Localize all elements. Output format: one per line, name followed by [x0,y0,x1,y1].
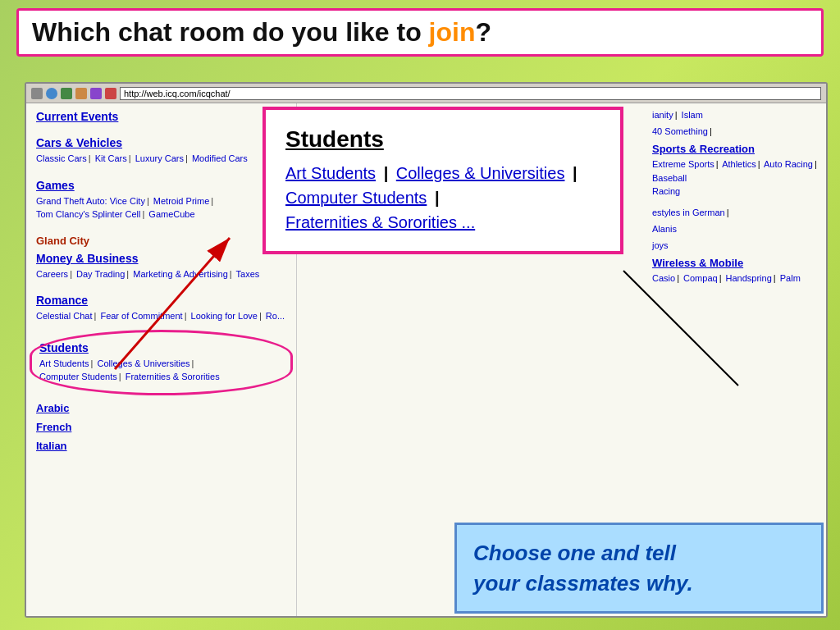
language-italian[interactable]: Italian [36,440,286,452]
language-french[interactable]: French [36,421,286,433]
right-partial-alanis: Alanis [652,224,819,234]
text-joys: joys [652,240,669,250]
home-icon[interactable] [75,88,87,99]
question-suffix: ? [475,17,491,47]
link-art-students[interactable]: Art Students [39,358,89,368]
popup-link-colleges[interactable]: Colleges & Universities [396,164,565,182]
browser-toolbar: http://web.icq.com/icqchat/ [26,84,826,103]
gland-city[interactable]: Gland City [36,235,286,247]
link-love[interactable]: Looking for Love [191,311,258,321]
link-celestial[interactable]: Celestial Chat [36,311,92,321]
link-computer-students[interactable]: Computer Students [39,372,117,381]
link-romance[interactable]: Ro... [266,311,285,321]
right-partial-joys: joys [652,240,819,250]
category-cars: Cars & Vehicles Classic Cars| Kit Cars| … [36,136,286,166]
students-popup-links: Art Students | Colleges & Universities |… [285,161,600,235]
popup-link-art-students[interactable]: Art Students [285,164,376,182]
category-money: Money & Business Careers| Day Trading| M… [36,252,286,281]
category-title-sports[interactable]: Sports & Recreation [652,143,819,155]
link-handspring[interactable]: Handspring [726,273,772,283]
section-sports: Sports & Recreation Extreme Sports| Athl… [652,143,819,196]
link-racing[interactable]: Racing [652,186,680,196]
back-icon[interactable] [31,88,43,99]
popup-link-computer-students[interactable]: Computer Students [285,189,427,207]
category-links-money: Careers| Day Trading| Marketing & Advert… [36,267,286,281]
category-links-romance: Celestial Chat| Fear of Commitment| Look… [36,309,286,323]
link-day-trading[interactable]: Day Trading [76,269,125,279]
link-colleges[interactable]: Colleges & Universities [97,358,189,368]
link-careers[interactable]: Careers [36,269,68,279]
category-title-games[interactable]: Games [36,179,286,192]
link-splinter-cell[interactable]: Tom Clancy's Splinter Cell [36,209,140,219]
link-luxury-cars[interactable]: Luxury Cars [135,153,184,163]
address-bar[interactable]: http://web.icq.com/icqchat/ [120,87,821,100]
question-banner: Which chat room do you like to join? [16,8,824,57]
category-games: Games Grand Theft Auto: Vice City| Metro… [36,179,286,221]
choose-box: Choose one and tell your classmates why. [454,523,824,614]
link-baseball[interactable]: Baseball [652,173,687,183]
link-palm[interactable]: Palm [780,273,801,283]
right-partial-top: ianity| Islam [652,110,819,120]
link-commitment[interactable]: Fear of Commitment [100,311,182,321]
link-auto-racing[interactable]: Auto Racing [764,159,813,169]
category-links-games: Grand Theft Auto: Vice City| Metroid Pri… [36,194,286,221]
link-40-something[interactable]: 40 Something [652,126,708,136]
left-sidebar: Current Events Cars & Vehicles Classic C… [26,103,297,616]
category-title-cars[interactable]: Cars & Vehicles [36,136,286,149]
link-metroid[interactable]: Metroid Prime [153,196,209,206]
right-partial-german: estyles in German| [652,208,819,217]
globe-icon[interactable] [46,88,57,99]
refresh-icon[interactable] [61,88,72,99]
link-fraternities[interactable]: Fraternities & Sororities [126,372,220,381]
link-athletics[interactable]: Athletics [722,159,756,169]
link-marketing[interactable]: Marketing & Advertising [133,269,228,279]
link-gta[interactable]: Grand Theft Auto: Vice City [36,196,145,206]
link-modified-cars[interactable]: Modified Cars [192,153,248,163]
category-title-students[interactable]: Students [39,341,283,354]
join-word: join [429,17,476,47]
category-title-wireless[interactable]: Wireless & Mobile [652,257,819,269]
students-popup-title: Students [285,126,600,153]
category-links-cars: Classic Cars| Kit Cars| Luxury Cars| Mod… [36,152,286,166]
category-title-current-events[interactable]: Current Events [36,110,286,123]
link-compaq[interactable]: Compaq [683,273,718,283]
link-gamecube[interactable]: GameCube [148,209,194,219]
category-title-money[interactable]: Money & Business [36,252,286,265]
category-links-wireless: Casio| Compaq| Handspring| Palm [652,272,819,285]
choose-text-line1: Choose one and tell your classmates why. [473,538,805,598]
link-christianity[interactable]: ianity [652,110,673,120]
popup-link-fraternities[interactable]: Fraternities & Sororities ... [285,213,475,231]
question-prefix: Which chat room do you like to [32,17,429,47]
search-icon[interactable] [105,88,116,99]
link-taxes[interactable]: Taxes [236,269,260,279]
right-partial-40: 40 Something| [652,126,819,136]
category-links-students: Art Students| Colleges & Universities| C… [39,357,283,384]
section-wireless: Wireless & Mobile Casio| Compaq| Handspr… [652,257,819,285]
link-extreme-sports[interactable]: Extreme Sports [652,159,714,169]
category-romance: Romance Celestial Chat| Fear of Commitme… [36,294,286,323]
favorites-icon[interactable] [90,88,102,99]
students-popup: Students Art Students | Colleges & Unive… [262,107,623,254]
link-alanis[interactable]: Alanis [652,224,677,234]
language-arabic[interactable]: Arabic [36,402,286,414]
link-casio[interactable]: Casio [652,273,675,283]
category-current-events: Current Events [36,110,286,123]
link-classic-cars[interactable]: Classic Cars [36,153,87,163]
link-lifestyles-german[interactable]: estyles in German [652,208,725,217]
category-links-sports: Extreme Sports| Athletics| Auto Racing| … [652,158,819,185]
language-list-left: Arabic French Italian [36,402,286,452]
category-students: Students Art Students| Colleges & Univer… [36,336,286,389]
link-islam[interactable]: Islam [682,110,703,120]
category-title-romance[interactable]: Romance [36,294,286,307]
link-kit-cars[interactable]: Kit Cars [95,153,127,163]
